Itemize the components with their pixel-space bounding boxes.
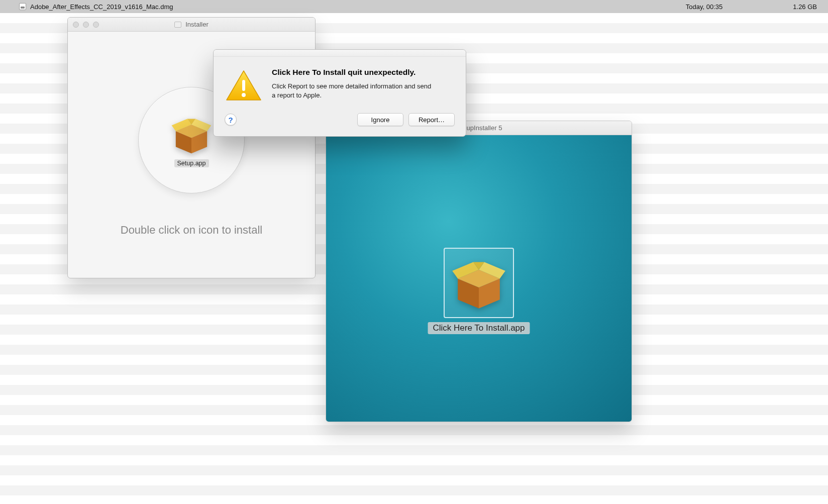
click-here-app-item[interactable] xyxy=(444,248,514,318)
svg-point-15 xyxy=(242,93,246,97)
finder-body[interactable]: Click Here To Install.app xyxy=(326,135,632,422)
install-hint-text: Double click on icon to install xyxy=(121,224,262,237)
file-size: 1.26 GB xyxy=(793,3,817,11)
window-controls[interactable] xyxy=(73,22,99,28)
disk-icon xyxy=(174,22,181,28)
svg-rect-14 xyxy=(242,80,245,91)
dmg-file-icon xyxy=(19,3,26,10)
crash-dialog-title: Click Here To Install quit unexpectedly. xyxy=(272,68,433,77)
ignore-button[interactable]: Ignore xyxy=(357,113,403,126)
crash-report-dialog[interactable]: Click Here To Install quit unexpectedly.… xyxy=(213,49,466,137)
crash-dialog-body: Click Report to see more detailed inform… xyxy=(272,82,433,99)
file-date: Today, 00:35 xyxy=(686,3,722,11)
click-here-app-label: Click Here To Install.app xyxy=(428,322,530,334)
file-list-row[interactable]: Adobe_After_Effects_CC_2019_v1616_Mac.dm… xyxy=(0,0,828,13)
help-button[interactable]: ? xyxy=(225,114,237,126)
installer-window-title: Installer xyxy=(185,21,209,28)
report-button[interactable]: Report… xyxy=(408,113,455,126)
package-box-icon xyxy=(171,113,212,156)
dialog-titlebar[interactable] xyxy=(214,50,466,57)
setup-app-item[interactable]: Setup.app xyxy=(171,113,212,167)
warning-icon xyxy=(226,68,262,104)
finder-window[interactable]: upInstaller 5 Click Here To Insta xyxy=(326,121,632,422)
minimize-window-button[interactable] xyxy=(83,22,89,28)
setup-app-label: Setup.app xyxy=(174,159,209,167)
installer-titlebar[interactable]: Installer xyxy=(68,18,315,32)
file-name: Adobe_After_Effects_CC_2019_v1616_Mac.dm… xyxy=(30,3,173,11)
close-window-button[interactable] xyxy=(73,22,79,28)
package-box-icon xyxy=(451,254,506,312)
finder-window-title: upInstaller 5 xyxy=(467,124,502,132)
zoom-window-button[interactable] xyxy=(93,22,99,28)
